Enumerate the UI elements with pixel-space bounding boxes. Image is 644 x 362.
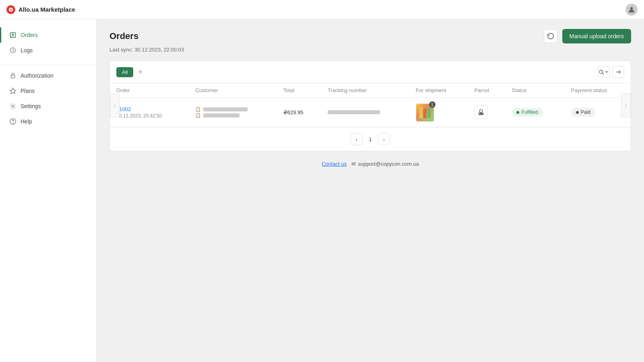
payment-badge: Paid bbox=[571, 108, 595, 117]
table-container: ‹ Order Customer Total Tracking number F… bbox=[110, 83, 631, 127]
order-cell: #1002 30.12.2023, 20:42:50 bbox=[110, 98, 189, 127]
tracking-cell bbox=[321, 98, 409, 127]
col-total: Total bbox=[277, 83, 321, 98]
topbar: Allo.ua Marketplace bbox=[0, 0, 644, 19]
col-status: Status bbox=[505, 83, 565, 98]
clipboard-icon-2: 📋 bbox=[195, 113, 201, 118]
envelope-icon: ✉ bbox=[351, 161, 356, 167]
col-customer: Customer bbox=[189, 83, 277, 98]
svg-point-10 bbox=[12, 105, 14, 107]
svg-rect-19 bbox=[423, 109, 427, 118]
svg-point-1 bbox=[10, 9, 12, 10]
orders-card: All + ‹ bbox=[109, 61, 631, 151]
payment-dot bbox=[576, 111, 579, 114]
filter-right bbox=[598, 66, 624, 78]
print-button[interactable] bbox=[474, 105, 488, 119]
sidebar-label-plans: Plans bbox=[21, 88, 35, 94]
status-label: Fulfilled bbox=[521, 109, 538, 115]
status-cell: Fulfilled bbox=[505, 98, 565, 127]
main-content: Orders Manual upload orders Last sync: 3… bbox=[97, 19, 644, 362]
filter-left: All + bbox=[116, 67, 144, 77]
page-title: Orders bbox=[109, 31, 138, 41]
table-body: #1002 30.12.2023, 20:42:50 📋 bbox=[110, 98, 631, 127]
svg-rect-20 bbox=[427, 108, 431, 118]
order-link[interactable]: #1002 bbox=[116, 106, 182, 112]
page-prev-button[interactable]: ‹ bbox=[351, 133, 363, 145]
table-header: Order Customer Total Tracking number For… bbox=[110, 83, 631, 98]
sidebar-label-settings: Settings bbox=[21, 103, 41, 109]
svg-line-14 bbox=[603, 73, 604, 74]
table-wrap: Order Customer Total Tracking number For… bbox=[110, 83, 631, 127]
last-sync-text: Last sync: 30.12.2023, 22:00:03 bbox=[109, 47, 631, 53]
sidebar-item-logs[interactable]: Logs bbox=[0, 43, 96, 58]
clipboard-icon-1: 📋 bbox=[195, 107, 201, 112]
shipment-cell: 1 bbox=[409, 98, 468, 127]
page-number: 1 bbox=[364, 133, 376, 145]
sidebar-item-help[interactable]: Help bbox=[0, 114, 96, 129]
orders-table: Order Customer Total Tracking number For… bbox=[110, 83, 631, 127]
status-badge: Fulfilled bbox=[512, 108, 543, 117]
page-next-button[interactable]: › bbox=[378, 133, 390, 145]
filter-add-button[interactable]: + bbox=[136, 68, 144, 76]
svg-rect-22 bbox=[480, 110, 483, 112]
svg-point-12 bbox=[13, 123, 13, 123]
status-dot bbox=[516, 111, 519, 114]
customer-cell: 📋 📋 bbox=[189, 98, 277, 127]
customer-name-blurred bbox=[203, 107, 248, 111]
app-name: Allo.ua Marketplace bbox=[19, 6, 75, 13]
user-avatar[interactable] bbox=[625, 4, 638, 16]
filter-bar: All + bbox=[110, 61, 631, 83]
footer-email: ✉ support@copycon.com.ua bbox=[351, 161, 419, 167]
sidebar-label-orders: Orders bbox=[21, 32, 38, 38]
sort-button[interactable] bbox=[612, 66, 624, 78]
shipment-thumbnail: 1 bbox=[416, 103, 433, 121]
sidebar-item-orders[interactable]: Orders bbox=[0, 27, 96, 43]
manual-upload-button[interactable]: Manual upload orders bbox=[562, 29, 631, 43]
contact-us-link[interactable]: Contact us bbox=[322, 161, 347, 167]
svg-rect-8 bbox=[11, 75, 15, 78]
shipment-count-badge: 1 bbox=[429, 101, 436, 108]
scroll-left-button[interactable]: ‹ bbox=[110, 93, 120, 117]
sidebar-label-authorization: Authorization bbox=[21, 72, 54, 79]
filter-all-button[interactable]: All bbox=[116, 67, 133, 77]
col-parcel: Parcel bbox=[468, 83, 505, 98]
refresh-button[interactable] bbox=[544, 29, 557, 43]
table-row: #1002 30.12.2023, 20:42:50 📋 bbox=[110, 98, 631, 127]
brand-icon bbox=[6, 5, 15, 14]
col-tracking: Tracking number bbox=[321, 83, 409, 98]
svg-point-2 bbox=[630, 7, 633, 10]
tracking-blurred bbox=[328, 110, 380, 114]
page-header: Orders Manual upload orders bbox=[109, 29, 631, 43]
parcel-cell bbox=[468, 98, 505, 127]
payment-label: Paid bbox=[581, 109, 590, 115]
customer-row-2: 📋 bbox=[195, 113, 270, 118]
svg-marker-9 bbox=[10, 88, 16, 94]
sidebar-label-help: Help bbox=[21, 118, 32, 125]
search-filter-button[interactable] bbox=[598, 66, 610, 78]
brand: Allo.ua Marketplace bbox=[6, 5, 75, 14]
svg-point-24 bbox=[482, 113, 483, 114]
order-date: 30.12.2023, 20:42:50 bbox=[116, 113, 182, 119]
sidebar-label-logs: Logs bbox=[21, 47, 33, 53]
svg-point-13 bbox=[599, 70, 603, 73]
footer: Contact us ✉ support@copycon.com.ua bbox=[109, 151, 631, 177]
sidebar: Orders Logs Authorization Plans Settings bbox=[0, 19, 97, 362]
sidebar-item-settings[interactable]: Settings bbox=[0, 99, 96, 114]
col-shipment: For shipment bbox=[409, 83, 468, 98]
total-cell: ₴629.95 bbox=[277, 98, 321, 127]
header-actions: Manual upload orders bbox=[544, 29, 631, 43]
customer-row-1: 📋 bbox=[195, 107, 270, 112]
customer-phone-blurred bbox=[203, 113, 239, 117]
pagination: ‹ 1 › bbox=[110, 127, 631, 151]
col-order: Order bbox=[110, 83, 189, 98]
sidebar-item-authorization[interactable]: Authorization bbox=[0, 68, 96, 83]
svg-rect-18 bbox=[419, 107, 423, 118]
scroll-right-button[interactable]: › bbox=[621, 93, 631, 117]
sidebar-item-plans[interactable]: Plans bbox=[0, 83, 96, 99]
